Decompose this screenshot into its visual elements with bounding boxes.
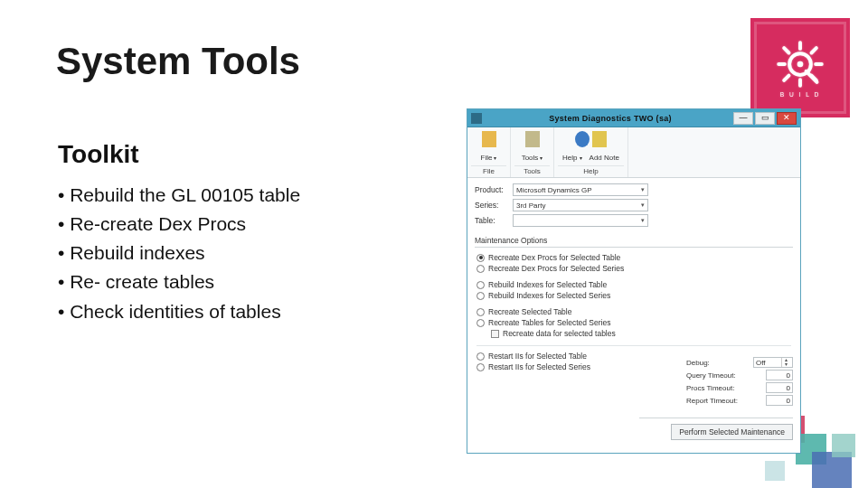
radio-label: Recreate Selected Table <box>488 307 571 316</box>
ribbon-group-label: File <box>471 165 506 175</box>
ribbon-label: Add Note <box>590 154 619 162</box>
spinner-value: Off <box>756 359 766 367</box>
perform-maintenance-button[interactable]: Perform Selected Maintenance <box>671 424 793 440</box>
radio-restart-iis-series[interactable] <box>476 363 485 371</box>
radio-label: Restart IIs for Selected Series <box>488 362 590 371</box>
select-value: 3rd Party <box>516 202 545 210</box>
add-note-button[interactable]: Add Note <box>587 153 622 163</box>
radio-label: Recreate Dex Procs for Selected Table <box>488 253 620 262</box>
separator <box>476 345 791 346</box>
window-title: System Diagnostics TWO (sa) <box>487 114 733 123</box>
radio-label: Recreate Dex Procs for Selected Series <box>488 264 624 273</box>
app-icon <box>471 113 482 124</box>
debug-spinner[interactable]: Off ▴▾ <box>753 357 793 368</box>
ribbon: File ▾ File Tools ▾ Tools <box>467 127 800 178</box>
radio-label: Restart IIs for Selected Table <box>488 352 587 361</box>
radio-label: Recreate Tables for Selected Series <box>488 318 610 327</box>
bullet-item: • Re-create Dex Procs <box>58 210 300 239</box>
svg-point-1 <box>797 61 804 68</box>
checkbox-recreate-data[interactable] <box>491 330 499 338</box>
chevron-down-icon: ▾ <box>580 155 582 161</box>
ribbon-group-label: Help <box>558 165 624 175</box>
file-menu-button[interactable]: File ▾ <box>478 153 500 163</box>
radio-recreate-dex-series[interactable] <box>476 265 485 273</box>
maintenance-options-heading: Maintenance Options <box>475 236 793 248</box>
chevron-down-icon: ▾ <box>641 217 645 224</box>
table-label: Table: <box>475 216 513 225</box>
procs-timeout-label: Procs Timeout: <box>686 384 734 392</box>
bullet-item: • Rebuild indexes <box>58 239 300 267</box>
radio-restart-iis-table[interactable] <box>476 352 485 361</box>
window-titlebar[interactable]: System Diagnostics TWO (sa) — ▭ ✕ <box>467 109 800 127</box>
svg-line-6 <box>784 48 788 52</box>
bullet-item: • Check identities of tables <box>58 297 300 326</box>
brand-label: B U I L D <box>780 91 820 98</box>
ribbon-label: Tools <box>522 154 539 162</box>
report-timeout-field[interactable]: 0 <box>766 395 793 406</box>
chevron-down-icon: ▾ <box>540 155 542 161</box>
radio-label: Rebuild Indexes for Selected Series <box>488 291 610 300</box>
svg-line-8 <box>784 76 788 80</box>
series-label: Series: <box>475 201 513 210</box>
select-value: Microsoft Dynamics GP <box>516 186 592 194</box>
minimize-button[interactable]: — <box>733 112 753 125</box>
radio-rebuild-index-table[interactable] <box>476 281 485 289</box>
radio-recreate-dex-table[interactable] <box>476 254 485 262</box>
query-timeout-field[interactable]: 0 <box>766 370 793 380</box>
chevron-down-icon: ▾ <box>494 155 496 161</box>
product-select[interactable]: Microsoft Dynamics GP ▾ <box>513 183 648 196</box>
radio-recreate-tables-series[interactable] <box>476 319 485 327</box>
report-timeout-label: Report Timeout: <box>686 397 738 405</box>
spinner-arrows-icon[interactable]: ▴▾ <box>781 358 790 367</box>
ribbon-group-label: Tools <box>514 165 550 175</box>
help-icon <box>575 131 590 147</box>
section-title: Toolkit <box>58 140 139 169</box>
bullet-item: • Rebuild the GL 00105 table <box>58 181 300 210</box>
debug-label: Debug: <box>686 359 710 367</box>
diagnostics-window: System Diagnostics TWO (sa) — ▭ ✕ File ▾… <box>467 108 801 454</box>
bullet-list: • Rebuild the GL 00105 table • Re-create… <box>58 181 300 326</box>
procs-timeout-field[interactable]: 0 <box>766 382 793 393</box>
query-timeout-label: Query Timeout: <box>686 371 736 380</box>
maximize-button[interactable]: ▭ <box>755 112 775 125</box>
svg-line-7 <box>812 48 816 52</box>
close-button[interactable]: ✕ <box>777 112 797 125</box>
product-label: Product: <box>475 185 513 194</box>
gear-icon: B U I L D <box>770 38 830 98</box>
timeouts-panel: Debug: Off ▴▾ Query Timeout: 0 Procs Tim… <box>686 357 793 408</box>
help-menu-button[interactable]: Help ▾ <box>560 153 584 163</box>
chevron-down-icon: ▾ <box>641 186 645 193</box>
series-select[interactable]: 3rd Party ▾ <box>513 199 648 211</box>
table-select[interactable]: ▾ <box>513 214 648 227</box>
bullet-item: • Re- create tables <box>58 267 300 296</box>
radio-recreate-table[interactable] <box>476 308 485 316</box>
ribbon-label: Help <box>562 154 577 162</box>
tools-menu-button[interactable]: Tools ▾ <box>519 153 546 163</box>
radio-rebuild-index-series[interactable] <box>476 292 485 300</box>
folder-icon <box>482 131 496 147</box>
tools-icon <box>525 131 540 147</box>
svg-line-10 <box>807 71 817 82</box>
chevron-down-icon: ▾ <box>641 202 645 209</box>
slide-title: System Tools <box>56 40 300 83</box>
checkbox-label: Recreate data for selected tables <box>503 329 616 338</box>
brand-badge: B U I L D <box>750 18 850 117</box>
note-icon <box>592 131 607 147</box>
radio-label: Rebuild Indexes for Selected Table <box>488 280 607 289</box>
ribbon-label: File <box>481 154 493 162</box>
